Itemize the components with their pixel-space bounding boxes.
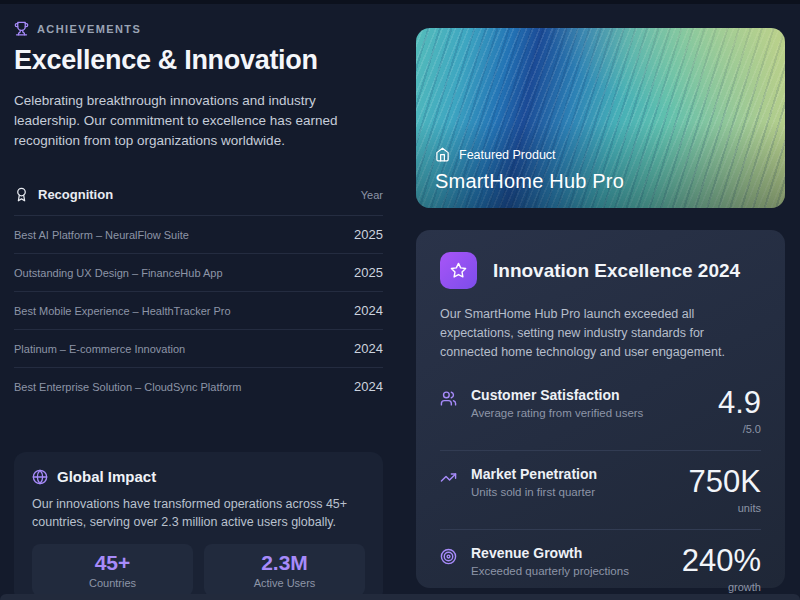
next-section-edge xyxy=(0,594,800,600)
globe-icon xyxy=(32,469,48,485)
metric-unit: units xyxy=(689,502,761,514)
recognition-column-header: Recognition xyxy=(38,187,113,202)
target-icon xyxy=(440,548,457,565)
metric-row-customer-satisfaction: Customer Satisfaction Average rating fro… xyxy=(440,372,761,450)
stat-value: 2.3M xyxy=(261,552,308,573)
impact-title: Global Impact xyxy=(57,468,156,485)
trending-up-icon xyxy=(440,469,457,486)
award-name: Best Enterprise Solution – CloudSync Pla… xyxy=(14,381,241,393)
innovation-excellence-card: Innovation Excellence 2024 Our SmartHome… xyxy=(416,230,785,588)
stat-label: Active Users xyxy=(254,577,316,589)
table-row: Platinum – E-commerce Innovation 2024 xyxy=(14,330,383,368)
users-icon xyxy=(440,390,457,407)
highlight-title: Innovation Excellence 2024 xyxy=(493,260,740,282)
metric-subtitle: Exceeded quarterly projections xyxy=(471,565,682,577)
metric-subtitle: Units sold in first quarter xyxy=(471,486,689,498)
award-icon xyxy=(14,187,29,202)
achievements-section: ACHIEVEMENTS Excellence & Innovation Cel… xyxy=(14,21,383,405)
table-row: Best AI Platform – NeuralFlow Suite 2025 xyxy=(14,216,383,254)
featured-product-card[interactable]: Featured Product SmartHome Hub Pro xyxy=(416,28,785,208)
metric-value: 4.9 xyxy=(718,387,761,418)
stat-value: 45+ xyxy=(95,552,131,573)
award-year: 2024 xyxy=(354,341,383,356)
star-badge xyxy=(440,252,477,289)
year-column-header: Year xyxy=(361,189,383,201)
table-row: Best Mobile Experience – HealthTracker P… xyxy=(14,292,383,330)
metric-value: 750K xyxy=(689,466,761,497)
metric-unit: /5.0 xyxy=(718,423,761,435)
previous-section-edge xyxy=(0,0,800,4)
award-year: 2025 xyxy=(354,265,383,280)
metric-subtitle: Average rating from verified users xyxy=(471,407,718,419)
metric-title: Market Penetration xyxy=(471,466,689,482)
global-impact-card: Global Impact Our innovations have trans… xyxy=(14,452,383,600)
award-name: Best Mobile Experience – HealthTracker P… xyxy=(14,305,231,317)
award-year: 2025 xyxy=(354,227,383,242)
award-name: Platinum – E-commerce Innovation xyxy=(14,343,185,355)
impact-description: Our innovations have transformed operati… xyxy=(32,495,365,531)
stat-label: Countries xyxy=(89,577,136,589)
eyebrow-label: ACHIEVEMENTS xyxy=(37,23,141,35)
star-icon xyxy=(450,262,467,279)
metric-row-revenue-growth: Revenue Growth Exceeded quarterly projec… xyxy=(440,529,761,600)
award-year: 2024 xyxy=(354,379,383,394)
award-name: Outstanding UX Design – FinanceHub App xyxy=(14,267,223,279)
metric-row-market-penetration: Market Penetration Units sold in first q… xyxy=(440,450,761,529)
metric-title: Customer Satisfaction xyxy=(471,387,718,403)
section-eyebrow: ACHIEVEMENTS xyxy=(14,21,383,36)
metrics-list: Customer Satisfaction Average rating fro… xyxy=(440,372,761,600)
metric-value: 240% xyxy=(682,545,761,576)
countries-stat-tile: 45+ Countries xyxy=(32,544,193,596)
table-row: Outstanding UX Design – FinanceHub App 2… xyxy=(14,254,383,292)
page-title: Excellence & Innovation xyxy=(14,45,383,76)
highlight-description: Our SmartHome Hub Pro launch exceeded al… xyxy=(440,305,761,362)
awards-table: Recognition Year Best AI Platform – Neur… xyxy=(14,178,383,405)
trophy-icon xyxy=(14,21,29,36)
metric-title: Revenue Growth xyxy=(471,545,682,561)
award-year: 2024 xyxy=(354,303,383,318)
award-name: Best AI Platform – NeuralFlow Suite xyxy=(14,229,189,241)
active-users-stat-tile: 2.3M Active Users xyxy=(204,544,365,596)
metric-unit: growth xyxy=(682,581,761,593)
featured-badge-label: Featured Product xyxy=(459,148,556,162)
home-icon xyxy=(435,147,450,162)
featured-product-title: SmartHome Hub Pro xyxy=(435,170,624,193)
featured-badge: Featured Product xyxy=(435,147,624,162)
table-row: Best Enterprise Solution – CloudSync Pla… xyxy=(14,368,383,405)
awards-table-header: Recognition Year xyxy=(14,178,383,216)
section-description: Celebrating breakthrough innovations and… xyxy=(14,91,369,151)
